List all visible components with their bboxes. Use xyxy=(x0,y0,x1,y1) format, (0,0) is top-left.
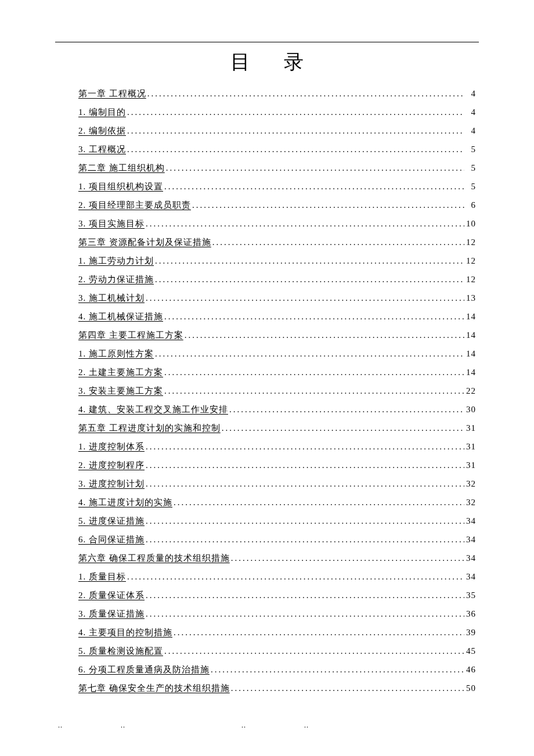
toc-entry-label[interactable]: 第七章 确保安全生产的技术组织措施 xyxy=(78,684,230,693)
toc-entry-label[interactable]: 1. 进度控制体系 xyxy=(78,442,145,451)
toc-entry-page: 4 xyxy=(466,89,476,98)
toc-row: 1. 编制目的4 xyxy=(78,108,476,117)
toc-leader-dots xyxy=(164,182,464,191)
toc-entry-label[interactable]: 6. 分项工程质量通病及防治措施 xyxy=(78,665,210,674)
toc-row: 1. 施工劳动力计划12 xyxy=(78,257,476,265)
toc-entry-label[interactable]: 4. 施工机械保证措施 xyxy=(78,312,163,321)
toc-entry-label[interactable]: 3. 安装主要施工方案 xyxy=(78,387,163,395)
toc-entry-label[interactable]: 第三章 资源配备计划及保证措施 xyxy=(78,238,211,247)
toc-entry-page: 34 xyxy=(466,573,476,581)
toc-entry-label[interactable]: 第一章 工程概况 xyxy=(78,89,146,98)
toc-entry-page: 12 xyxy=(466,275,476,284)
table-of-contents: 第一章 工程概况41. 编制目的42. 编制依据43. 工程概况5第二章 施工组… xyxy=(78,89,476,693)
toc-entry-label[interactable]: 1. 项目组织机构设置 xyxy=(78,182,163,191)
toc-entry-label[interactable]: 3. 项目实施目标 xyxy=(78,219,145,228)
toc-leader-dots xyxy=(146,591,464,600)
toc-entry-page: 34 xyxy=(466,535,476,544)
toc-leader-dots xyxy=(127,145,464,154)
toc-row: 6. 分项工程质量通病及防治措施46 xyxy=(78,665,476,674)
toc-entry-label[interactable]: 1. 质量目标 xyxy=(78,573,126,581)
toc-entry-label[interactable]: 2. 项目经理部主要成员职责 xyxy=(78,201,191,210)
toc-entry-label[interactable]: 4. 建筑、安装工程交叉施工作业安排 xyxy=(78,405,228,414)
toc-leader-dots xyxy=(127,108,464,117)
toc-row: 2. 质量保证体系35 xyxy=(78,591,476,600)
toc-leader-dots xyxy=(192,201,464,210)
toc-entry-label[interactable]: 2. 编制依据 xyxy=(78,127,126,135)
toc-entry-page: 14 xyxy=(466,331,476,340)
toc-leader-dots xyxy=(164,647,464,656)
toc-row: 4. 施工进度计划的实施32 xyxy=(78,498,476,507)
toc-leader-dots xyxy=(147,89,464,98)
toc-entry-page: 32 xyxy=(466,480,476,488)
toc-row: 第四章 主要工程施工方案14 xyxy=(78,331,476,340)
toc-row: 3. 项目实施目标10 xyxy=(78,219,476,228)
toc-entry-label[interactable]: 第五章 工程进度计划的实施和控制 xyxy=(78,424,221,433)
toc-entry-page: 35 xyxy=(466,591,476,600)
toc-leader-dots xyxy=(166,164,464,172)
toc-entry-label[interactable]: 2. 质量保证体系 xyxy=(78,591,145,600)
toc-entry-label[interactable]: 2. 进度控制程序 xyxy=(78,461,145,470)
toc-entry-page: 34 xyxy=(466,554,476,563)
toc-entry-page: 36 xyxy=(466,610,476,618)
toc-leader-dots xyxy=(229,405,464,414)
toc-entry-label[interactable]: 6. 合同保证措施 xyxy=(78,535,145,544)
toc-leader-dots xyxy=(146,517,464,525)
toc-row: 第六章 确保工程质量的技术组织措施34 xyxy=(78,554,476,563)
toc-entry-label[interactable]: 5. 进度保证措施 xyxy=(78,517,145,525)
toc-entry-page: 14 xyxy=(466,368,476,377)
toc-row: 2. 项目经理部主要成员职责6 xyxy=(78,201,476,210)
toc-entry-label[interactable]: 2. 土建主要施工方案 xyxy=(78,368,163,377)
toc-row: 第七章 确保安全生产的技术组织措施50 xyxy=(78,684,476,693)
toc-entry-label[interactable]: 1. 编制目的 xyxy=(78,108,126,117)
toc-entry-label[interactable]: 4. 施工进度计划的实施 xyxy=(78,498,172,507)
toc-leader-dots xyxy=(155,275,464,284)
toc-row: 4. 主要项目的控制措施39 xyxy=(78,628,476,637)
toc-entry-page: 14 xyxy=(466,350,476,358)
toc-entry-label[interactable]: 第二章 施工组织机构 xyxy=(78,164,165,172)
toc-entry-page: 14 xyxy=(466,312,476,321)
toc-entry-page: 31 xyxy=(466,461,476,470)
toc-row: 第三章 资源配备计划及保证措施12 xyxy=(78,238,476,247)
toc-row: 5. 质量检测设施配置45 xyxy=(78,647,476,656)
toc-entry-label[interactable]: 1. 施工劳动力计划 xyxy=(78,257,154,265)
toc-entry-page: 12 xyxy=(466,257,476,265)
toc-entry-page: 39 xyxy=(466,628,476,637)
toc-row: 6. 合同保证措施34 xyxy=(78,535,476,544)
toc-entry-page: 13 xyxy=(466,294,476,303)
toc-row: 4. 建筑、安装工程交叉施工作业安排30 xyxy=(78,405,476,414)
toc-entry-label[interactable]: 第四章 主要工程施工方案 xyxy=(78,331,183,340)
toc-row: 3. 质量保证措施36 xyxy=(78,610,476,618)
toc-entry-label[interactable]: 3. 工程概况 xyxy=(78,145,126,154)
toc-entry-label[interactable]: 3. 进度控制计划 xyxy=(78,480,145,488)
toc-row: 1. 进度控制体系31 xyxy=(78,442,476,451)
page-header-rule xyxy=(55,42,479,42)
toc-row: 1. 项目组织机构设置5 xyxy=(78,182,476,191)
toc-entry-label[interactable]: 3. 质量保证措施 xyxy=(78,610,145,618)
toc-leader-dots xyxy=(212,238,464,247)
toc-leader-dots xyxy=(231,554,464,563)
toc-row: 1. 质量目标34 xyxy=(78,573,476,581)
toc-entry-label[interactable]: 第六章 确保工程质量的技术组织措施 xyxy=(78,554,230,563)
toc-entry-page: 32 xyxy=(466,498,476,507)
toc-entry-label[interactable]: 3. 施工机械计划 xyxy=(78,294,145,303)
toc-leader-dots xyxy=(222,424,464,433)
toc-leader-dots xyxy=(231,684,464,693)
toc-entry-label[interactable]: 5. 质量检测设施配置 xyxy=(78,647,163,656)
toc-leader-dots xyxy=(164,368,464,377)
toc-row: 第二章 施工组织机构5 xyxy=(78,164,476,172)
toc-row: 3. 安装主要施工方案22 xyxy=(78,387,476,395)
toc-entry-page: 12 xyxy=(466,238,476,247)
toc-row: 5. 进度保证措施34 xyxy=(78,517,476,525)
toc-entry-label[interactable]: 1. 施工原则性方案 xyxy=(78,350,154,358)
toc-leader-dots xyxy=(164,387,464,395)
toc-leader-dots xyxy=(211,665,464,674)
toc-entry-label[interactable]: 4. 主要项目的控制措施 xyxy=(78,628,172,637)
toc-leader-dots xyxy=(155,257,464,265)
toc-entry-page: 31 xyxy=(466,424,476,433)
toc-entry-page: 22 xyxy=(466,387,476,395)
toc-leader-dots xyxy=(146,480,464,488)
toc-entry-label[interactable]: 2. 劳动力保证措施 xyxy=(78,275,154,284)
toc-entry-page: 5 xyxy=(466,182,476,191)
toc-leader-dots xyxy=(127,127,464,135)
toc-entry-page: 45 xyxy=(466,647,476,656)
